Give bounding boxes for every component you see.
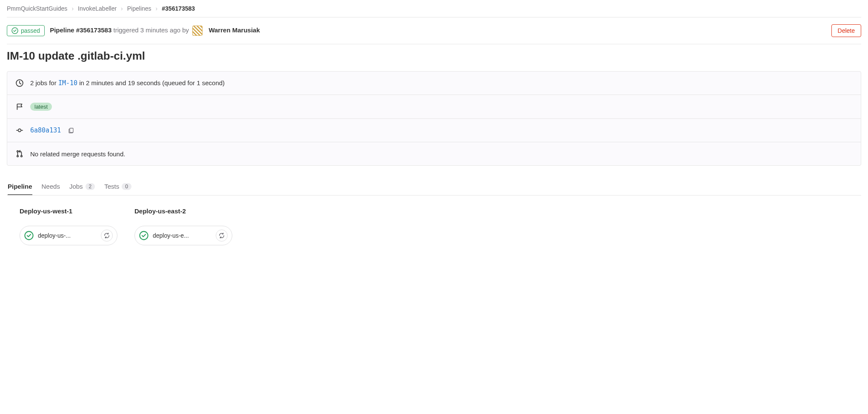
jobs-suffix: in 2 minutes and 19 seconds (queued for … xyxy=(79,79,225,86)
retry-icon xyxy=(104,233,110,239)
avatar[interactable] xyxy=(192,26,203,36)
stage-name: Deploy-us-east-2 xyxy=(134,207,232,215)
tab-jobs[interactable]: Jobs 2 xyxy=(69,178,95,195)
job-name: deploy-us-... xyxy=(38,232,71,239)
stage: Deploy-us-west-1 deploy-us-... xyxy=(20,207,117,245)
stage-name: Deploy-us-west-1 xyxy=(20,207,117,215)
chevron-right-icon: › xyxy=(121,5,123,12)
chevron-right-icon: › xyxy=(156,5,158,12)
svg-point-4 xyxy=(17,151,18,152)
latest-badge: latest xyxy=(30,103,52,111)
pipeline-info: Pipeline #356173583 triggered 3 minutes … xyxy=(50,26,260,36)
job-left: deploy-us-... xyxy=(24,231,71,240)
check-circle-icon xyxy=(139,231,148,240)
svg-rect-3 xyxy=(70,128,73,132)
job-pill[interactable]: deploy-us-... xyxy=(20,226,117,245)
clock-icon xyxy=(16,79,23,87)
job-pill[interactable]: deploy-us-e... xyxy=(134,226,232,245)
tab-tests[interactable]: Tests 0 xyxy=(104,178,131,195)
commit-sha-link[interactable]: 6a80a131 xyxy=(30,126,61,134)
check-circle-icon xyxy=(24,231,34,240)
tab-tests-count: 0 xyxy=(122,183,131,190)
breadcrumb-item[interactable]: PmmQuickStartGuides xyxy=(7,5,67,12)
commit-icon xyxy=(16,126,23,134)
retry-icon xyxy=(219,233,225,239)
job-name: deploy-us-e... xyxy=(153,232,189,239)
branch-link[interactable]: IM-10 xyxy=(58,79,77,87)
retry-button[interactable] xyxy=(216,230,228,242)
svg-point-6 xyxy=(21,155,22,157)
merge-requests-row: No related merge requests found. xyxy=(7,142,861,165)
merge-requests-text: No related merge requests found. xyxy=(30,150,125,158)
divider xyxy=(7,44,861,44)
username[interactable]: Warren Marusiak xyxy=(208,26,260,34)
jobs-summary-text: 2 jobs for IM-10 in 2 minutes and 19 sec… xyxy=(30,79,225,87)
pipeline-stages: Deploy-us-west-1 deploy-us-... Deploy-us… xyxy=(7,196,861,257)
latest-row: latest xyxy=(7,95,861,119)
copy-button[interactable] xyxy=(68,127,74,134)
page-title: IM-10 update .gitlab-ci.yml xyxy=(7,49,861,63)
clipboard-icon xyxy=(68,127,74,134)
status-badge[interactable]: passed xyxy=(7,25,45,36)
breadcrumb-item[interactable]: Pipelines xyxy=(127,5,151,12)
jobs-summary-row: 2 jobs for IM-10 in 2 minutes and 19 sec… xyxy=(7,72,861,95)
breadcrumb-item[interactable]: InvokeLabeller xyxy=(78,5,117,12)
svg-point-2 xyxy=(18,129,21,132)
pipeline-header: passed Pipeline #356173583 triggered 3 m… xyxy=(7,17,861,44)
breadcrumb-current: #356173583 xyxy=(162,5,195,12)
pipeline-header-left: passed Pipeline #356173583 triggered 3 m… xyxy=(7,25,260,36)
check-circle-icon xyxy=(11,27,18,34)
stage: Deploy-us-east-2 deploy-us-e... xyxy=(134,207,232,245)
pipeline-prefix: Pipeline xyxy=(50,26,74,34)
tabs: Pipeline Needs Jobs 2 Tests 0 xyxy=(7,178,861,196)
tab-tests-label: Tests xyxy=(104,183,119,190)
flag-icon xyxy=(16,103,23,111)
retry-button[interactable] xyxy=(101,230,113,242)
status-label: passed xyxy=(21,27,40,34)
pipeline-id: #356173583 xyxy=(76,26,111,34)
tab-needs[interactable]: Needs xyxy=(42,178,60,195)
pipeline-info-panel: 2 jobs for IM-10 in 2 minutes and 19 sec… xyxy=(7,71,861,166)
tab-jobs-count: 2 xyxy=(86,183,95,190)
merge-request-icon xyxy=(16,150,23,158)
breadcrumb: PmmQuickStartGuides › InvokeLabeller › P… xyxy=(7,0,861,17)
job-left: deploy-us-e... xyxy=(139,231,189,240)
commit-row: 6a80a131 xyxy=(7,119,861,142)
delete-button[interactable]: Delete xyxy=(831,24,861,37)
tab-pipeline[interactable]: Pipeline xyxy=(8,178,32,195)
chevron-right-icon: › xyxy=(71,5,74,12)
svg-point-5 xyxy=(17,155,18,157)
tab-jobs-label: Jobs xyxy=(69,183,83,190)
triggered-text: triggered 3 minutes ago by xyxy=(113,26,189,34)
jobs-prefix: 2 jobs for xyxy=(30,79,57,86)
